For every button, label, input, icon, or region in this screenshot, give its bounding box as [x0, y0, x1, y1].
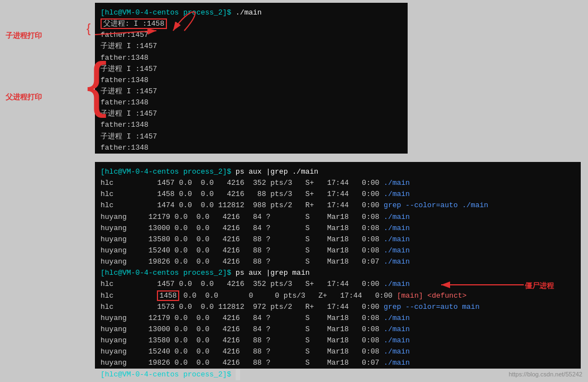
bot-prompt: [hlc@VM-0-4-centos process_2]$ [101, 369, 575, 380]
bot-ps-2: hlc 1458 0.0 0.0 4216 88 pts/3 S+ 17:44 … [101, 189, 575, 200]
bot-ps-1: hlc 1457 0.0 0.0 4216 352 pts/3 S+ 17:44… [101, 178, 575, 189]
bot-ps-13: huyang 13000 0.0 0.0 4216 84 ? S Mar18 0… [101, 324, 575, 335]
top-line-3: father:1457 [101, 30, 402, 41]
terminal-top: [hlc@VM-0-4-centos process_2]$ ./main 父进… [95, 3, 408, 154]
top-line-10: 子进程 I :1457 [101, 108, 402, 120]
bot-ps-8: huyang 19826 0.0 0.0 4216 88 ? S Mar18 0… [101, 256, 575, 268]
bot-ps-14: huyang 13580 0.0 0.0 4216 88 ? S Mar18 0… [101, 335, 575, 346]
main-container: [hlc@VM-0-4-centos process_2]$ ./main 父进… [0, 0, 588, 382]
bot-ps-5: huyang 13000 0.0 0.0 4216 84 ? S Mar18 0… [101, 223, 575, 234]
bot-ps-9: hlc 1457 0.0 0.0 4216 352 pts/3 S+ 17:44… [101, 279, 575, 290]
top-line-1: [hlc@VM-0-4-centos process_2]$ ./main [101, 7, 402, 18]
zombie-label: 僵尸进程 [525, 281, 554, 291]
bot-ps-10-highlight: hlc 1458 0.0 0.0 0 0 pts/3 Z+ 17:44 0:00… [101, 290, 575, 302]
top-line-11: father:1348 [101, 120, 402, 131]
parent-brace: { [87, 53, 107, 114]
bot-ps-7: huyang 15240 0.0 0.0 4216 88 ? S Mar18 0… [101, 245, 575, 256]
terminal-bottom: [hlc@VM-0-4-centos process_2]$ ps aux |g… [95, 162, 581, 369]
top-line-12: 子进程 I :1457 [101, 131, 402, 142]
bot-ps-16: huyang 19826 0.0 0.0 4216 88 ? S Mar18 0… [101, 357, 575, 369]
top-line-8: 子进程 I :1457 [101, 86, 402, 97]
top-line-6: 子进程 I :1457 [101, 64, 402, 75]
top-line-4: 子进程 I :1457 [101, 41, 402, 52]
bot-ps-3: hlc 1474 0.0 0.0 112812 988 pts/2 R+ 17:… [101, 200, 575, 211]
watermark: https://blog.csdn.net/55242 [509, 371, 582, 378]
top-line-7: father:1348 [101, 75, 402, 86]
bot-ps-15: huyang 15240 0.0 0.0 4216 88 ? S Mar18 0… [101, 346, 575, 357]
top-line-9: father:1348 [101, 97, 402, 108]
bot-ps-6: huyang 13580 0.0 0.0 4216 88 ? S Mar18 0… [101, 234, 575, 245]
bot-ps-4: huyang 12179 0.0 0.0 4216 84 ? S Mar18 0… [101, 212, 575, 223]
parent-process-label: 父进程打印 [6, 92, 42, 102]
bot-ps-11: hlc 1573 0.0 0.0 112812 972 pts/2 R+ 17:… [101, 302, 575, 313]
child-process-label: 子进程打印 [6, 31, 42, 41]
top-line-13: father:1348 [101, 142, 402, 154]
child-brace: { [87, 21, 90, 36]
bot-ps-12: huyang 12179 0.0 0.0 4216 84 ? S Mar18 0… [101, 313, 575, 324]
top-line-5: father:1348 [101, 52, 402, 64]
bot-cmd-1: [hlc@VM-0-4-centos process_2]$ ps aux |g… [101, 166, 575, 178]
bot-cmd-2: [hlc@VM-0-4-centos process_2]$ ps aux |g… [101, 268, 575, 279]
top-line-2: 父进程: I :1458 [101, 18, 402, 30]
